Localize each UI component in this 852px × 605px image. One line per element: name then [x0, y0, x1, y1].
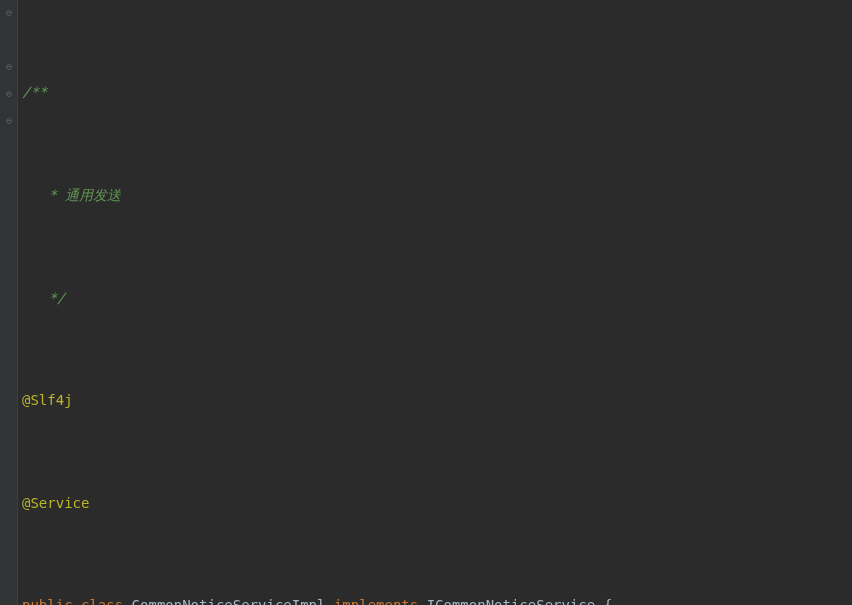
javadoc-start: /**: [22, 84, 47, 100]
javadoc-end: */: [40, 290, 65, 306]
class-name: CommonNoticeServiceImpl: [132, 597, 326, 605]
annotation-slf4j: @Slf4j: [22, 392, 73, 408]
brace-open: {: [604, 597, 612, 605]
editor-gutter: ⊖ ⊖ ⊖ ⊖: [0, 0, 18, 605]
fold-icon[interactable]: ⊖: [4, 89, 14, 99]
fold-icon[interactable]: ⊖: [4, 62, 14, 72]
interface-name: ICommonNoticeService: [427, 597, 596, 605]
keyword-public: public: [22, 597, 73, 605]
annotation-service: @Service: [22, 495, 89, 511]
fold-icon[interactable]: ⊖: [4, 8, 14, 18]
keyword-implements: implements: [334, 597, 418, 605]
keyword-class: class: [81, 597, 123, 605]
fold-icon[interactable]: ⊖: [4, 116, 14, 126]
code-editor[interactable]: /** * 通用发送 */ @Slf4j @Service public cla…: [0, 0, 852, 605]
javadoc-text: * 通用发送: [40, 187, 121, 203]
